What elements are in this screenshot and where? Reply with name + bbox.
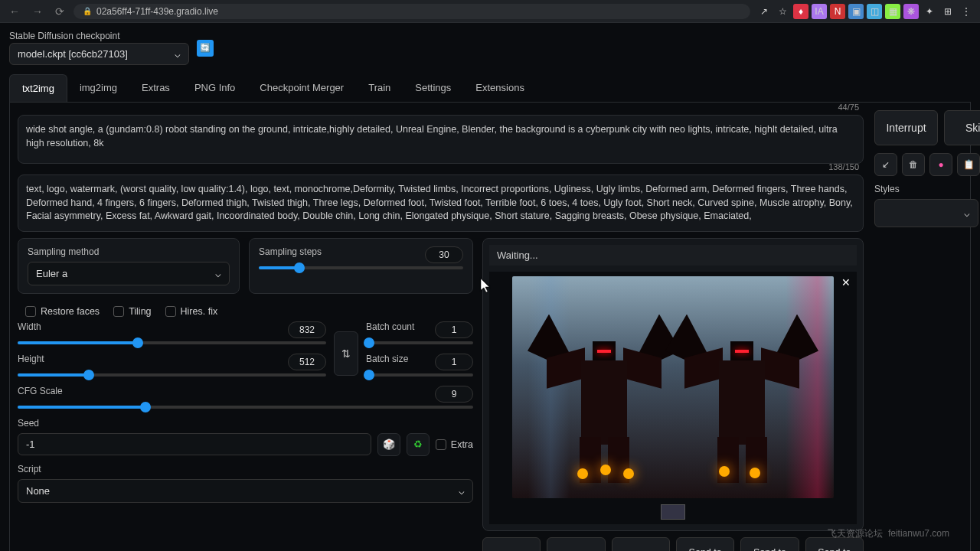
batch-count-slider[interactable] bbox=[366, 341, 473, 344]
tiling-checkbox[interactable]: Tiling bbox=[113, 306, 151, 317]
zip-button[interactable]: Zip bbox=[612, 537, 670, 552]
reload-icon[interactable]: ⟳ bbox=[52, 5, 67, 18]
open-folder-button[interactable]: 📁 bbox=[482, 537, 541, 552]
close-preview-icon[interactable]: ✕ bbox=[841, 276, 851, 289]
sampling-steps-slider[interactable] bbox=[259, 266, 463, 269]
swap-dims-button[interactable]: ⇅ bbox=[334, 331, 358, 376]
chevron-down-icon: ⌵ bbox=[964, 207, 970, 219]
batch-size-slider[interactable] bbox=[366, 373, 473, 377]
sampling-method-select[interactable]: Euler a ⌵ bbox=[28, 262, 230, 285]
output-image[interactable] bbox=[512, 276, 834, 498]
prompt-counter: 44/75 bbox=[838, 103, 859, 112]
main-tabs: txt2img img2img Extras PNG Info Checkpoi… bbox=[9, 74, 971, 103]
output-status: Waiting... bbox=[489, 245, 857, 266]
prompt-input[interactable]: wide shot angle, a (gundam:0.8) robot st… bbox=[18, 115, 864, 164]
send-img2img-button[interactable]: Send to img2img bbox=[676, 537, 734, 552]
reuse-seed-button[interactable]: ♻ bbox=[407, 433, 430, 456]
batch-count-value[interactable]: 1 bbox=[435, 321, 473, 338]
ext-icon[interactable]: ❋ bbox=[903, 4, 919, 19]
ext-icon[interactable]: ▣ bbox=[848, 4, 864, 19]
script-label: Script bbox=[18, 464, 473, 474]
tab-pnginfo[interactable]: PNG Info bbox=[182, 74, 247, 102]
checkpoint-label: Stable Diffusion checkpoint bbox=[9, 31, 189, 41]
mouse-cursor-icon bbox=[481, 279, 493, 294]
send-inpaint-button[interactable]: Send to inpaint bbox=[740, 537, 799, 552]
cfg-label: CFG Scale bbox=[18, 386, 63, 396]
ext-icon[interactable]: IA bbox=[812, 4, 827, 19]
menu-icon[interactable]: ⋮ bbox=[959, 4, 974, 19]
tab-img2img[interactable]: img2img bbox=[67, 74, 129, 102]
sampling-method-label: Sampling method bbox=[28, 246, 230, 257]
puzzle-icon[interactable]: ✦ bbox=[922, 4, 937, 19]
script-select[interactable]: None ⌵ bbox=[18, 479, 473, 503]
ext-icon[interactable]: N bbox=[830, 4, 845, 19]
neg-prompt-counter: 138/150 bbox=[828, 162, 859, 171]
sampling-steps-label: Sampling steps bbox=[259, 246, 322, 257]
chevron-down-icon: ⌵ bbox=[459, 485, 465, 497]
tab-extensions[interactable]: Extensions bbox=[463, 74, 537, 102]
tab-txt2img[interactable]: txt2img bbox=[9, 74, 67, 102]
browser-chrome: ← → ⟳ 🔒 02a56ff4-71ff-439e.gradio.live ↗… bbox=[0, 0, 980, 23]
output-thumbnail[interactable] bbox=[661, 504, 685, 520]
back-arrow-icon[interactable]: ← bbox=[6, 5, 23, 18]
seed-label: Seed bbox=[18, 418, 473, 429]
width-slider[interactable] bbox=[18, 341, 326, 344]
ext-icon[interactable]: ◫ bbox=[867, 4, 882, 19]
url-bar[interactable]: 🔒 02a56ff4-71ff-439e.gradio.live bbox=[74, 4, 750, 19]
url-text: 02a56ff4-71ff-439e.gradio.live bbox=[96, 6, 218, 17]
styles-label: Styles bbox=[874, 184, 980, 194]
width-value[interactable]: 832 bbox=[288, 321, 326, 338]
style-icon[interactable]: ● bbox=[929, 153, 952, 176]
interrupt-button[interactable]: Interrupt bbox=[874, 110, 938, 145]
panel-icon[interactable]: ⊞ bbox=[940, 4, 956, 19]
width-label: Width bbox=[18, 321, 41, 332]
checkpoint-select[interactable]: model.ckpt [cc6cb27103] ⌵ bbox=[9, 43, 189, 65]
cfg-value[interactable]: 9 bbox=[435, 386, 473, 403]
ext-icon[interactable]: ♦ bbox=[793, 4, 808, 19]
height-slider[interactable] bbox=[18, 373, 326, 377]
forward-arrow-icon[interactable]: → bbox=[29, 5, 46, 18]
star-icon[interactable]: ☆ bbox=[775, 4, 790, 19]
clipboard-icon[interactable]: 📋 bbox=[957, 153, 980, 176]
height-label: Height bbox=[18, 354, 44, 364]
ext-icon[interactable]: ▦ bbox=[885, 4, 900, 19]
sampling-steps-value[interactable]: 30 bbox=[425, 246, 463, 263]
refresh-checkpoint-button[interactable]: 🔄 bbox=[197, 40, 214, 57]
lock-icon: 🔒 bbox=[83, 7, 92, 15]
share-icon[interactable]: ↗ bbox=[756, 4, 772, 19]
batch-size-value[interactable]: 1 bbox=[435, 354, 473, 370]
batch-count-label: Batch count bbox=[366, 321, 414, 332]
seed-input[interactable]: -1 bbox=[18, 433, 371, 455]
height-value[interactable]: 512 bbox=[288, 354, 326, 370]
cfg-slider[interactable] bbox=[18, 406, 473, 409]
watermark-text: 飞天资源论坛 feitianwu7.com bbox=[828, 527, 949, 540]
browser-extension-icons: ↗ ☆ ♦ IA N ▣ ◫ ▦ ❋ ✦ ⊞ ⋮ bbox=[756, 4, 974, 19]
hires-fix-checkbox[interactable]: Hires. fix bbox=[165, 306, 218, 317]
chevron-down-icon: ⌵ bbox=[215, 268, 221, 279]
trash-icon[interactable]: 🗑 bbox=[902, 153, 925, 176]
tab-train[interactable]: Train bbox=[356, 74, 403, 102]
chevron-down-icon: ⌵ bbox=[175, 48, 181, 60]
checkpoint-value: model.ckpt [cc6cb27103] bbox=[18, 48, 128, 60]
skip-button[interactable]: Skip bbox=[944, 110, 980, 145]
tab-settings[interactable]: Settings bbox=[403, 74, 463, 102]
tab-extras[interactable]: Extras bbox=[129, 74, 182, 102]
save-button[interactable]: Save bbox=[547, 537, 605, 552]
tab-checkpoint-merger[interactable]: Checkpoint Merger bbox=[247, 74, 356, 102]
negative-prompt-input[interactable]: text, logo, watermark, (worst quality, l… bbox=[18, 174, 864, 232]
extra-seed-checkbox[interactable]: Extra bbox=[436, 439, 473, 450]
batch-size-label: Batch size bbox=[366, 354, 408, 364]
styles-select[interactable]: ⌵ bbox=[874, 199, 978, 227]
restore-faces-checkbox[interactable]: Restore faces bbox=[25, 306, 100, 317]
arrow-icon[interactable]: ↙ bbox=[874, 153, 897, 176]
random-seed-button[interactable]: 🎲 bbox=[377, 433, 400, 456]
